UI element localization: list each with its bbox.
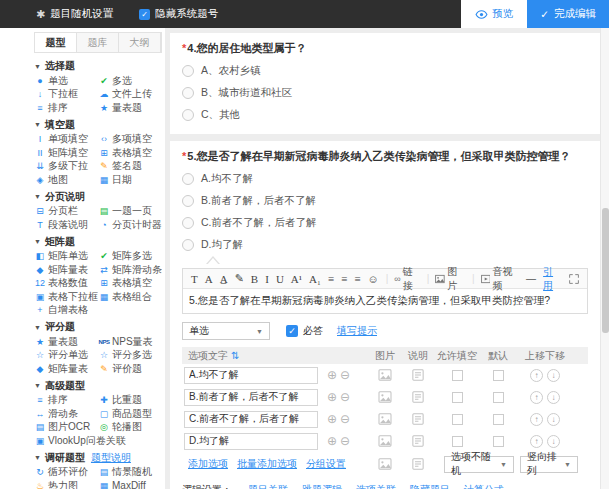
move-up-icon[interactable]: ↑ — [530, 369, 543, 382]
add-option-icon[interactable]: ⊕ — [327, 412, 337, 426]
add-option-link[interactable]: 添加选项 — [188, 457, 228, 471]
group-settings-link[interactable]: 分组设置 — [306, 457, 346, 471]
allow-fill-checkbox[interactable] — [452, 392, 463, 403]
font-family-icon[interactable]: A — [205, 273, 213, 285]
radio-option[interactable]: A.均不了解 — [182, 172, 588, 186]
add-option-icon[interactable]: ⊕ — [327, 368, 337, 382]
insert-image-button[interactable]: 图片 — [435, 265, 465, 293]
radio-option[interactable]: A、农村乡镇 — [182, 64, 588, 78]
move-down-icon[interactable]: ↓ — [547, 391, 560, 404]
finish-edit-top-button[interactable]: ✓ 完成编辑 — [527, 0, 609, 28]
sidebar-item[interactable]: ☆ 评分多选 — [98, 349, 162, 363]
sidebar-item[interactable]: ◔ 分页计时器 — [98, 218, 162, 232]
fullscreen-icon[interactable] — [569, 274, 579, 284]
question-type-select[interactable]: 单选 ▼ — [182, 322, 270, 340]
hide-question-number-toggle[interactable]: ✓ 隐藏系统题号 — [139, 7, 218, 21]
sort-icon[interactable]: ⇅ — [231, 350, 239, 361]
sidebar-section-header[interactable]: ▼ 调研题型 题型说明 — [34, 450, 162, 466]
section-help-link[interactable]: 题型说明 — [91, 451, 131, 465]
radio-option[interactable]: C.前者不了解，后者了解 — [182, 216, 588, 230]
option-image-button[interactable] — [368, 391, 402, 403]
quote-link[interactable]: 引用 — [543, 265, 561, 293]
sidebar-item[interactable]: ↔ 滑动条 — [34, 407, 98, 421]
sidebar-item[interactable]: T 段落说明 — [34, 218, 98, 232]
sidebar-item[interactable]: ▣ VlookUp问卷关联 — [34, 434, 162, 448]
insert-divider-button[interactable]: — — [526, 273, 536, 284]
sidebar-section-header[interactable]: ▼ 填空题 — [34, 117, 162, 133]
radio-icon[interactable] — [182, 239, 194, 251]
scrollbar-thumb[interactable] — [602, 208, 609, 333]
bold-icon[interactable]: B — [251, 273, 258, 285]
underline-icon[interactable]: U — [276, 273, 284, 285]
add-option-icon[interactable]: ⊕ — [327, 390, 337, 404]
sidebar-item[interactable]: ≡ 排序 — [34, 394, 98, 408]
font-color-icon[interactable]: A̲ — [220, 273, 228, 285]
sidebar-item[interactable]: ▢ 商品题型 — [98, 407, 162, 421]
font-size-icon[interactable]: T — [191, 273, 198, 285]
sidebar-item[interactable]: ★ 量表题 — [98, 101, 162, 115]
random-settings-button[interactable]: 题目随机设置 — [50, 7, 113, 21]
sidebar-item[interactable]: ◈ 地图 — [34, 173, 98, 187]
sidebar-item[interactable]: ✎ 评价题 — [98, 362, 162, 376]
move-up-icon[interactable]: ↑ — [530, 435, 543, 448]
insert-link-button[interactable]: ∞ 链接 — [394, 265, 419, 293]
add-option-icon[interactable]: ⊕ — [327, 434, 337, 448]
option-note-button[interactable] — [402, 391, 434, 403]
logic-link[interactable]: 跳题逻辑 — [302, 483, 342, 489]
move-up-icon[interactable]: ↑ — [530, 413, 543, 426]
move-down-icon[interactable]: ↓ — [547, 413, 560, 426]
radio-option[interactable]: B、城市街道和社区 — [182, 86, 588, 100]
batch-image-button[interactable] — [368, 458, 402, 470]
option-text-input[interactable] — [184, 411, 318, 428]
allow-fill-checkbox[interactable] — [452, 370, 463, 381]
sidebar-item[interactable]: ● 单选 — [34, 74, 98, 88]
option-layout-select[interactable]: 竖向排列 ▼ — [520, 456, 578, 473]
logic-link[interactable]: 隐藏题目 — [410, 483, 450, 489]
sidebar-item[interactable]: ⊞ 表格填空 — [98, 277, 162, 291]
sidebar-item[interactable]: ✎ 签名题 — [98, 160, 162, 174]
sidebar-item[interactable]: ↓ 下拉框 — [34, 88, 98, 102]
allow-fill-checkbox[interactable] — [452, 414, 463, 425]
sidebar-section-header[interactable]: ▼ 分页说明 — [34, 189, 162, 205]
sidebar-item[interactable]: ⇄ 矩阵滑动条 — [98, 263, 162, 277]
sidebar-tab[interactable]: 题型 — [35, 33, 77, 52]
sidebar-item[interactable]: II 矩阵填空 — [34, 146, 98, 160]
fill-hint-link[interactable]: 填写提示 — [337, 324, 377, 338]
remove-option-icon[interactable]: ⊖ — [340, 390, 350, 404]
sidebar-item[interactable]: ▣ 表格下拉框 — [34, 290, 98, 304]
option-text-input[interactable] — [184, 367, 318, 384]
option-text-input[interactable] — [184, 433, 318, 450]
subscript-icon[interactable]: A₁ — [309, 273, 321, 285]
sidebar-item[interactable]: ▦ 日期 — [98, 173, 162, 187]
move-down-icon[interactable]: ↓ — [547, 435, 560, 448]
sidebar-item[interactable]: ▤ 情景随机 — [98, 466, 162, 480]
sidebar-item[interactable]: ✔ 多选 — [98, 74, 162, 88]
move-up-icon[interactable]: ↑ — [530, 391, 543, 404]
move-down-icon[interactable]: ↓ — [547, 369, 560, 382]
option-random-select[interactable]: 选项不随机 ▼ — [444, 456, 514, 473]
sidebar-item[interactable]: ☆ 评分单选 — [34, 349, 98, 363]
sidebar-item[interactable]: + 自增表格 — [34, 304, 98, 318]
highlight-icon[interactable]: ✎ — [235, 272, 244, 285]
option-note-button[interactable] — [402, 435, 434, 447]
sidebar-tab[interactable]: 题库 — [77, 33, 119, 52]
sidebar-item[interactable]: ▦ 表格组合 — [98, 290, 162, 304]
sidebar-section-header[interactable]: ▼ 矩阵题 — [34, 234, 162, 250]
radio-icon[interactable] — [182, 65, 194, 77]
align-left-icon[interactable]: ≡ — [328, 273, 334, 285]
sidebar-item[interactable]: ✚ 比重题 — [98, 394, 162, 408]
sidebar-item[interactable]: NPS NPS量表 — [98, 335, 162, 349]
checked-checkbox-icon[interactable]: ✓ — [139, 9, 150, 20]
logic-link[interactable]: 题目关联 — [248, 483, 288, 489]
align-center-icon[interactable]: ≡ — [341, 273, 347, 285]
sidebar-section-header[interactable]: ▼ 选择题 — [34, 58, 162, 74]
default-checkbox[interactable] — [493, 370, 504, 381]
option-text-input[interactable] — [184, 389, 318, 406]
sidebar-item[interactable]: ▦ MaxDiff — [98, 479, 162, 489]
sidebar-item[interactable]: ⊟ 分页栏 — [34, 205, 98, 219]
sidebar-item[interactable]: ↻ 循环评价 — [34, 466, 98, 480]
sidebar-item[interactable]: ⊞ 表格填空 — [98, 146, 162, 160]
emoji-icon[interactable]: ☺ — [368, 273, 379, 285]
radio-option[interactable]: B.前者了解，后者不了解 — [182, 194, 588, 208]
sidebar-section-header[interactable]: ▼ 评分题 — [34, 319, 162, 335]
